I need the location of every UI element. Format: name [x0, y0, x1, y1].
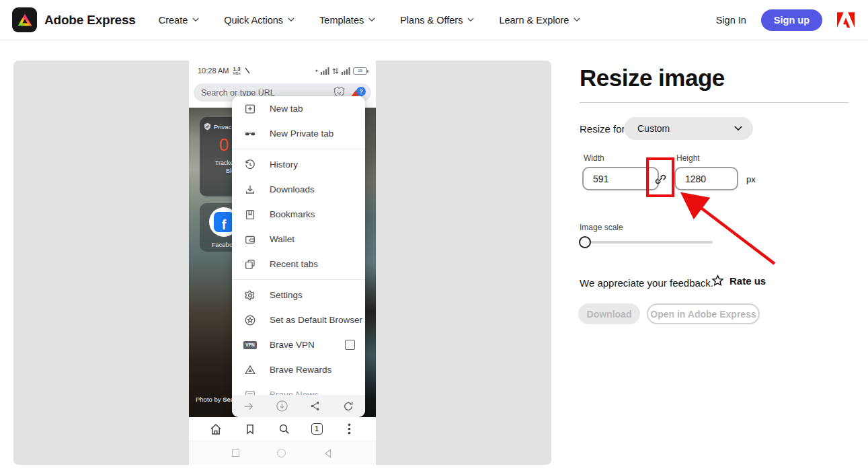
image-preview-panel: 10:28 AM 1.3 MB/s: [13, 61, 551, 465]
open-in-adobe-express-button[interactable]: Open in Adobe Express: [647, 303, 760, 324]
uploaded-image-preview: 10:28 AM 1.3 MB/s: [189, 61, 376, 465]
image-scale-slider-thumb[interactable]: [579, 236, 591, 248]
downloads-icon: [243, 183, 257, 196]
nav-quick-actions[interactable]: Quick Actions: [224, 15, 294, 26]
adobe-express-logo[interactable]: [12, 7, 37, 32]
shield-icon: [204, 122, 211, 131]
bookmarks-icon: [243, 208, 257, 221]
phone-status-bar: 10:28 AM 1.3 MB/s: [189, 63, 376, 78]
share-icon[interactable]: [309, 400, 322, 413]
menu-item-downloads[interactable]: Downloads: [232, 177, 365, 202]
divider: [580, 102, 849, 103]
menu-item-set-default-browser[interactable]: Set as Default Browser: [232, 307, 365, 332]
chevron-down-icon: [368, 17, 375, 22]
menu-item-history[interactable]: History: [232, 152, 365, 177]
feedback-text: We appreciate your feedback.: [580, 277, 713, 289]
image-scale-slider-track[interactable]: [580, 241, 713, 244]
download-page-icon[interactable]: [275, 400, 288, 413]
image-scale-label: Image scale: [580, 223, 623, 232]
adobe-logo-icon[interactable]: [837, 12, 855, 28]
status-icons: 19: [315, 67, 367, 75]
unit-label: px: [746, 174, 756, 184]
menu-item-wallet[interactable]: Wallet: [232, 227, 365, 252]
page: Adobe Express Create Quick Actions Templ…: [0, 0, 868, 475]
star-icon: [711, 275, 724, 287]
bookmark-icon[interactable]: [243, 422, 258, 437]
annotation-highlight-box: [646, 157, 674, 197]
data-arrows-icon: [332, 67, 339, 75]
top-navigation-bar: Adobe Express Create Quick Actions Templ…: [0, 0, 868, 40]
android-navigation-bar: [189, 441, 376, 465]
resize-preset-dropdown[interactable]: Custom: [624, 117, 753, 140]
adobe-express-logo-icon: [17, 13, 32, 26]
vpn-checkbox[interactable]: [345, 340, 355, 350]
chevron-down-icon: [192, 17, 199, 22]
reload-icon[interactable]: [342, 400, 355, 413]
forward-icon[interactable]: [242, 400, 255, 413]
browser-overflow-menu: New tab New Private tab History Dow: [232, 96, 365, 417]
nav-plans-offers[interactable]: Plans & Offers: [400, 15, 474, 26]
chevron-down-icon: [288, 17, 294, 22]
browser-bottom-toolbar: 1: [189, 417, 376, 441]
nav-templates[interactable]: Templates: [319, 15, 375, 26]
menu-item-brave-rewards[interactable]: Brave Rewards: [232, 357, 365, 382]
header-actions: Sign In Sign up: [716, 9, 855, 31]
menu-item-settings[interactable]: Settings: [232, 283, 365, 307]
height-label: Height: [676, 153, 700, 163]
tab-counter[interactable]: 1: [311, 423, 323, 435]
menu-divider: [232, 149, 365, 149]
resize-preset-value: Custom: [637, 123, 670, 134]
vpn-badge-icon: VPN: [243, 338, 257, 352]
private-glasses-icon: [243, 127, 257, 141]
annotation-arrow: [669, 183, 780, 270]
signal-bars-icon: [342, 67, 350, 75]
android-back-button[interactable]: [323, 449, 333, 458]
chevron-down-icon: [574, 17, 580, 22]
menu-item-bookmarks[interactable]: Bookmarks: [232, 202, 365, 227]
photo-credit: Photo by Sea: [196, 396, 234, 403]
menu-divider: [232, 279, 365, 280]
menu-item-recent-tabs[interactable]: Recent tabs: [232, 252, 365, 277]
width-label: Width: [584, 153, 604, 163]
download-button[interactable]: Download: [578, 303, 640, 324]
home-icon[interactable]: [208, 422, 223, 437]
battery-indicator: 19: [353, 67, 367, 75]
signal-bars-icon: [321, 67, 329, 75]
status-time: 10:28 AM: [198, 67, 229, 75]
rate-us-button[interactable]: Rate us: [711, 275, 766, 287]
menu-item-brave-vpn[interactable]: VPN Brave VPN: [232, 332, 365, 357]
recent-tabs-icon: [243, 258, 257, 271]
wallet-icon: [243, 233, 257, 246]
height-input[interactable]: [674, 167, 738, 190]
sign-up-button[interactable]: Sign up: [761, 9, 822, 31]
menu-item-new-tab[interactable]: New tab: [232, 96, 365, 121]
star-circle-icon: [243, 314, 257, 327]
page-title: Resize image: [580, 65, 725, 92]
rewards-triangle-icon: [243, 363, 257, 377]
brand-title: Adobe Express: [44, 13, 136, 28]
android-home-button[interactable]: [277, 449, 286, 458]
chevron-down-icon: [467, 17, 474, 22]
dot-icon: [315, 69, 318, 72]
help-badge: ?: [356, 87, 366, 96]
android-recents-button[interactable]: [232, 449, 239, 457]
nav-learn-explore[interactable]: Learn & Explore: [499, 15, 580, 26]
network-speed-indicator: 1.3 MB/s: [233, 67, 240, 75]
search-icon[interactable]: [277, 422, 292, 437]
new-tab-icon: [243, 102, 257, 116]
menu-action-bar: [232, 395, 365, 417]
overflow-menu-icon[interactable]: [342, 422, 357, 437]
history-icon: [243, 158, 257, 172]
sign-in-link[interactable]: Sign In: [716, 15, 746, 26]
nav-create[interactable]: Create: [159, 15, 200, 26]
stylus-icon: [245, 67, 251, 74]
main-nav: Create Quick Actions Templates Plans & O…: [159, 15, 581, 26]
resize-for-label: Resize for:: [580, 123, 628, 135]
chevron-down-icon: [734, 126, 742, 131]
privacy-card-title: Privac: [214, 123, 231, 131]
settings-gear-icon: [243, 289, 257, 302]
menu-item-new-private-tab[interactable]: New Private tab: [232, 121, 365, 146]
